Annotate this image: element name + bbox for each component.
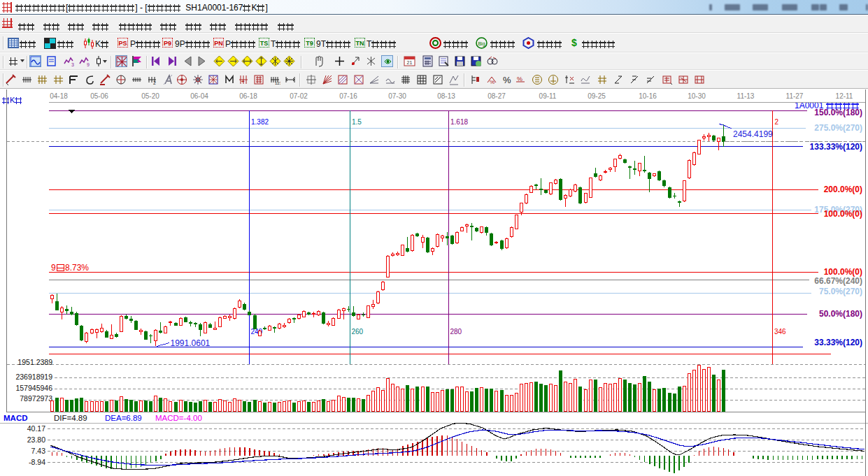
svg-text:07-02: 07-02	[290, 92, 308, 100]
svg-text:06-04: 06-04	[190, 92, 208, 100]
svg-text:346: 346	[774, 328, 786, 336]
svg-text:08-13: 08-13	[437, 92, 455, 100]
svg-text:%: %	[490, 79, 495, 85]
svg-text:236918919: 236918919	[15, 373, 52, 381]
svg-text:123: 123	[275, 81, 280, 85]
svg-text:1.5: 1.5	[352, 118, 362, 126]
svg-text:1951.2389: 1951.2389	[17, 358, 52, 366]
svg-text:11-27: 11-27	[786, 92, 804, 100]
svg-text:%: %	[503, 75, 511, 85]
svg-text:DIF=4.89: DIF=4.89	[54, 414, 87, 422]
svg-text:09-25: 09-25	[588, 92, 606, 100]
svg-text:157945946: 157945946	[15, 384, 52, 392]
svg-text:200.0%(0): 200.0%(0)	[824, 185, 862, 194]
svg-text:09-11: 09-11	[539, 92, 557, 100]
svg-text:1.382: 1.382	[251, 118, 269, 126]
svg-text:06-18: 06-18	[239, 92, 257, 100]
svg-text:%: %	[517, 75, 522, 82]
svg-text:MACD=-4.00: MACD=-4.00	[155, 414, 202, 422]
svg-text:260: 260	[352, 328, 364, 336]
svg-text:2454.4199: 2454.4199	[733, 129, 773, 139]
svg-text:21: 21	[407, 60, 413, 65]
svg-text:100.0%(0): 100.0%(0)	[824, 267, 862, 277]
svg-text:133.33%(120): 133.33%(120)	[810, 142, 862, 152]
svg-text:9: 9	[51, 263, 56, 273]
svg-text:23.80: 23.80	[27, 435, 45, 444]
svg-text:100.0%(0): 100.0%(0)	[824, 209, 862, 219]
svg-text:2: 2	[775, 118, 779, 126]
svg-text:40.17: 40.17	[27, 424, 45, 433]
svg-text:10-30: 10-30	[688, 92, 706, 100]
svg-text:+: +	[241, 78, 245, 85]
svg-text:07-30: 07-30	[388, 92, 406, 100]
svg-text:150.0%(180): 150.0%(180)	[814, 108, 862, 117]
svg-text:33.33%(120): 33.33%(120)	[814, 338, 862, 347]
svg-text:280: 280	[450, 328, 462, 336]
svg-text:275.0%(270): 275.0%(270)	[814, 123, 862, 133]
svg-text:3: 3	[71, 62, 74, 67]
svg-text:07-16: 07-16	[339, 92, 357, 100]
svg-text:2: 2	[153, 80, 156, 85]
svg-text:11-13: 11-13	[737, 92, 755, 100]
svg-text:10-16: 10-16	[639, 92, 657, 100]
svg-text:Big: Big	[478, 41, 485, 47]
svg-text:04-18: 04-18	[50, 92, 68, 100]
svg-text:1.618: 1.618	[450, 118, 468, 126]
svg-text:05-20: 05-20	[141, 92, 159, 100]
svg-text:12-11: 12-11	[836, 92, 853, 100]
svg-text:9: 9	[87, 62, 90, 67]
svg-text:8.73%: 8.73%	[65, 263, 89, 273]
svg-text:50.0%(180): 50.0%(180)	[819, 309, 862, 319]
svg-text:75.0%(270): 75.0%(270)	[819, 287, 862, 296]
svg-text:DEA=6.89: DEA=6.89	[105, 414, 142, 422]
svg-text:05-06: 05-06	[90, 92, 108, 100]
svg-text:-8.94: -8.94	[29, 458, 45, 466]
svg-text:7.43: 7.43	[31, 447, 46, 455]
svg-text:66.67%(240): 66.67%(240)	[814, 276, 862, 286]
svg-text:1991.0601: 1991.0601	[171, 338, 211, 348]
svg-text:78972973: 78972973	[20, 394, 52, 403]
svg-text:MACD: MACD	[3, 414, 28, 422]
svg-text:08-27: 08-27	[488, 92, 506, 100]
